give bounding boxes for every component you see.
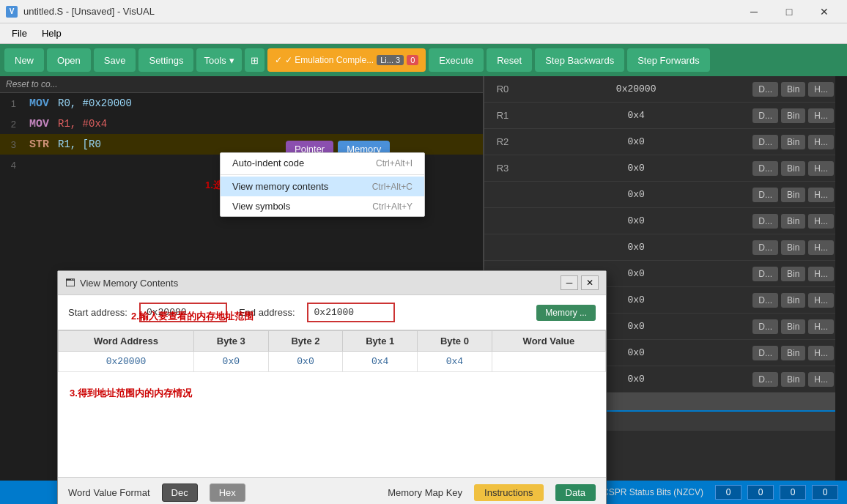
issue-badge: 0 xyxy=(407,55,418,65)
reg-d-btn-r1[interactable]: D... xyxy=(752,108,778,123)
reg-bin-btn-r5[interactable]: Bin xyxy=(781,214,805,229)
reg-d-btn-r10[interactable]: D... xyxy=(752,346,778,360)
cspr-label: CSPR Status Bits (NZCV) xyxy=(602,487,703,497)
th-byte3: Byte 3 xyxy=(193,331,268,352)
tools-button[interactable]: Tools ▾ xyxy=(196,48,241,72)
reg-h-btn-r2[interactable]: H... xyxy=(808,135,834,149)
reg-h-btn-r4[interactable]: H... xyxy=(808,188,834,202)
minimize-button[interactable]: ─ xyxy=(737,0,771,23)
tools-dropdown-menu: Auto-indent code Ctrl+Alt+I View memory … xyxy=(220,152,425,217)
close-button[interactable]: ✕ xyxy=(807,0,841,23)
reg-bin-btn-r9[interactable]: Bin xyxy=(781,319,805,334)
cell-byte1: 0x4 xyxy=(343,352,418,372)
reg-h-btn-r7[interactable]: H... xyxy=(808,267,834,281)
vmc-minimize-btn[interactable]: ─ xyxy=(561,275,578,290)
vmc-close-btn[interactable]: ✕ xyxy=(581,275,599,290)
start-addr-input[interactable] xyxy=(139,303,227,322)
end-addr-input[interactable] xyxy=(307,303,395,322)
reg-d-btn-r5[interactable]: D... xyxy=(752,214,778,229)
cspr-c[interactable] xyxy=(780,485,806,500)
reg-d-btn-r2[interactable]: D... xyxy=(752,135,778,149)
new-button[interactable]: New xyxy=(4,48,44,72)
th-byte2: Byte 2 xyxy=(268,331,343,352)
reg-bin-btn-r11[interactable]: Bin xyxy=(781,372,805,387)
reg-d-btn-r3[interactable]: D... xyxy=(752,161,778,176)
code-line-2: 2 MOV R1, #0x4 xyxy=(0,114,483,134)
reg-d-btn-r9[interactable]: D... xyxy=(752,319,778,334)
open-button[interactable]: Open xyxy=(47,48,91,72)
execute-button[interactable]: Execute xyxy=(429,48,484,72)
reg-value-r4: 0x0 xyxy=(521,189,751,200)
cspr-v[interactable] xyxy=(812,485,838,500)
code-text-3: STR R1, [R0 xyxy=(22,138,101,151)
memory-tab-btn[interactable]: Memory ... xyxy=(536,305,596,321)
menu-file[interactable]: File xyxy=(6,26,33,40)
reg-h-btn-r6[interactable]: H... xyxy=(808,240,834,255)
maximize-button[interactable]: □ xyxy=(772,0,806,23)
mov-keyword-1: MOV xyxy=(29,97,49,110)
hex-button[interactable]: Hex xyxy=(210,483,245,502)
reg-bin-btn-r0[interactable]: Bin xyxy=(781,82,805,97)
reg-h-btn-r3[interactable]: H... xyxy=(808,161,834,176)
reg-bin-btn-r2[interactable]: Bin xyxy=(781,135,805,149)
viewmemory-shortcut: Ctrl+Alt+C xyxy=(372,182,413,192)
reg-bin-btn-r10[interactable]: Bin xyxy=(781,346,805,360)
reg-bin-btn-r7[interactable]: Bin xyxy=(781,267,805,281)
settings-button[interactable]: Settings xyxy=(138,48,193,72)
reg-h-btn-r5[interactable]: H... xyxy=(808,214,834,229)
reg-h-btn-r8[interactable]: H... xyxy=(808,293,834,308)
toolbar: New Open Save Settings Tools ▾ ⊞ ✓ ✓ Emu… xyxy=(0,44,847,76)
vmc-table-head: Word Address Byte 3 Byte 2 Byte 1 Byte 0… xyxy=(59,331,606,352)
str-args: R1, [R0 xyxy=(58,138,101,150)
reg-bin-btn-r6[interactable]: Bin xyxy=(781,240,805,255)
step-backwards-button[interactable]: Step Backwards xyxy=(535,48,624,72)
cell-word-addr: 0x20000 xyxy=(59,352,194,372)
reg-d-btn-r11[interactable]: D... xyxy=(752,372,778,387)
reg-d-btn-r7[interactable]: D... xyxy=(752,267,778,281)
reg-d-btn-r4[interactable]: D... xyxy=(752,188,778,202)
vmc-table-wrap: Word Address Byte 3 Byte 2 Byte 1 Byte 0… xyxy=(58,330,606,477)
step-forwards-button[interactable]: Step Forwards xyxy=(627,48,710,72)
grid-icon-button[interactable]: ⊞ xyxy=(245,48,265,72)
reg-h-btn-r11[interactable]: H... xyxy=(808,372,834,387)
reg-h-btn-r1[interactable]: H... xyxy=(808,108,834,123)
tools-menu-viewsymbols[interactable]: View symbols Ctrl+Alt+Y xyxy=(221,196,424,216)
reg-h-btn-r0[interactable]: H... xyxy=(808,82,834,97)
reg-bin-btn-r8[interactable]: Bin xyxy=(781,293,805,308)
autoindent-shortcut: Ctrl+Alt+I xyxy=(376,158,413,168)
code-text-2: MOV R1, #0x4 xyxy=(22,118,107,130)
register-row-r2: R2 0x0 D... Bin H... xyxy=(484,129,835,155)
str-keyword: STR xyxy=(29,138,49,151)
cspr-z[interactable] xyxy=(747,485,774,500)
cspr-n[interactable] xyxy=(715,485,741,500)
reset-button[interactable]: Reset xyxy=(487,48,532,72)
titlebar-left: V untitled.S - [Unsaved] - VisUAL xyxy=(6,6,155,18)
reg-bin-btn-r1[interactable]: Bin xyxy=(781,108,805,123)
tools-menu-divider xyxy=(221,174,424,175)
editor-hint: Reset to co... xyxy=(0,76,483,93)
dec-button[interactable]: Dec xyxy=(162,483,198,502)
reg-label-r1: R1 xyxy=(484,110,521,121)
reg-h-btn-r9[interactable]: H... xyxy=(808,319,834,334)
line-num-3: 3 xyxy=(0,139,22,150)
instructions-button[interactable]: Instructions xyxy=(474,484,543,501)
register-row-r4: 0x0 D... Bin H... xyxy=(484,182,835,208)
reg-d-btn-r8[interactable]: D... xyxy=(752,293,778,308)
reg-bin-btn-r3[interactable]: Bin xyxy=(781,161,805,176)
tools-menu-autoindent[interactable]: Auto-indent code Ctrl+Alt+I xyxy=(221,153,424,173)
reg-d-btn-r6[interactable]: D... xyxy=(752,240,778,255)
data-button[interactable]: Data xyxy=(555,484,596,501)
vmc-titlebar: 🗔 View Memory Contents ─ ✕ xyxy=(58,271,606,295)
reg-h-btn-r10[interactable]: H... xyxy=(808,346,834,360)
vmc-title-text: View Memory Contents xyxy=(80,278,178,289)
menu-help[interactable]: Help xyxy=(36,26,67,40)
viewmemory-label: View memory contents xyxy=(232,181,328,192)
cell-byte0: 0x4 xyxy=(418,352,492,372)
save-button[interactable]: Save xyxy=(94,48,136,72)
reg-value-r5: 0x0 xyxy=(521,215,751,226)
annotation-step3: 3.得到地址范围内的内存情况 xyxy=(58,372,606,415)
tools-menu-viewmemory[interactable]: View memory contents Ctrl+Alt+C xyxy=(221,177,424,196)
app-icon: V xyxy=(6,6,18,18)
reg-bin-btn-r4[interactable]: Bin xyxy=(781,188,805,202)
reg-d-btn-r0[interactable]: D... xyxy=(752,82,778,97)
